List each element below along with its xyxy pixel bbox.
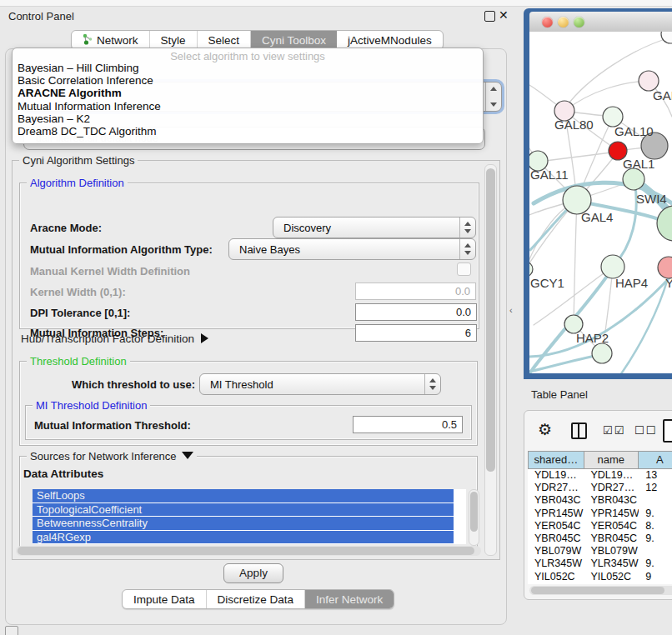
table-horizontal-scrollbar[interactable] bbox=[529, 586, 672, 595]
unchecked-checkboxes-icon[interactable]: ☐☐ bbox=[634, 424, 657, 437]
network-node-label: GAL11 bbox=[530, 168, 569, 182]
hub-definition-toggle[interactable]: Hub/Transcription Factor Definition bbox=[21, 332, 208, 345]
algorithm-option[interactable]: Mutual Information Inference bbox=[13, 100, 483, 112]
mi-threshold-input[interactable]: 0.5 bbox=[353, 416, 463, 433]
network-edge[interactable] bbox=[564, 81, 649, 111]
table-cell: YDL19… bbox=[584, 469, 639, 482]
network-node[interactable] bbox=[623, 168, 644, 190]
network-node-label: Y bbox=[665, 276, 672, 290]
attribute-list-item[interactable]: BetweennessCentrality bbox=[33, 517, 454, 530]
network-window-titlebar[interactable] bbox=[529, 12, 672, 32]
checked-checkboxes-icon[interactable]: ☑☑ bbox=[603, 424, 625, 437]
table-row[interactable]: YPR145WYPR145W9. bbox=[528, 508, 672, 520]
table-cell: 9. bbox=[639, 532, 672, 545]
attribute-list-item[interactable]: SelfLoops bbox=[33, 489, 454, 502]
algorithm-popup-list: Bayesian – Hill ClimbingBasic Correlatio… bbox=[13, 62, 483, 138]
node-table: shared… name A YDL19…YDL19…13YDR27…YDR27… bbox=[528, 451, 672, 584]
apply-button[interactable]: Apply bbox=[223, 563, 283, 583]
algorithm-option[interactable]: Basic Correlation Inference bbox=[13, 74, 483, 87]
table-cell: YBL079W bbox=[528, 545, 584, 558]
table-body: YDL19…YDL19…13YDR27…YDR27…12YBR043CYBR04… bbox=[528, 469, 672, 583]
gear-icon[interactable]: ⚙ bbox=[538, 420, 552, 439]
settings-horizontal-scrollbar[interactable] bbox=[16, 546, 481, 556]
sources-toggle[interactable]: Sources for Network Inference bbox=[27, 450, 197, 462]
tab-jactivemnodules[interactable]: jActiveMNodules bbox=[337, 31, 443, 49]
column-header-name[interactable]: name bbox=[584, 452, 639, 468]
tab-impute-data[interactable]: Impute Data bbox=[123, 590, 207, 608]
network-node-label: GAL4 bbox=[581, 210, 613, 224]
threshold-definition-group: Threshold Definition Which threshold to … bbox=[19, 361, 478, 446]
algorithm-popup-placeholder: Select algorithm to view settings bbox=[13, 48, 483, 62]
table-row[interactable]: YBR043CYBR043C bbox=[528, 494, 672, 507]
mi-threshold-title: MI Threshold Definition bbox=[33, 399, 150, 412]
data-attributes-label: Data Attributes bbox=[23, 468, 103, 480]
tab-network[interactable]: Network bbox=[72, 31, 150, 49]
attributes-scrollbar[interactable] bbox=[469, 489, 479, 546]
manual-kernel-checkbox[interactable] bbox=[457, 262, 471, 276]
attribute-list-item[interactable]: TopologicalCoefficient bbox=[33, 503, 454, 517]
network-edge[interactable] bbox=[620, 278, 668, 373]
table-row[interactable]: YBR045CYBR045C9. bbox=[528, 532, 672, 545]
network-node[interactable] bbox=[601, 255, 624, 278]
network-canvas[interactable]: GALGAL80GAL10GAL1GAL11SWI4GAL4GCY1HAP4YH… bbox=[529, 32, 672, 373]
network-node[interactable] bbox=[661, 32, 672, 43]
tab-discretize-data[interactable]: Discretize Data bbox=[207, 590, 306, 608]
algorithm-option[interactable]: Bayesian – Hill Climbing bbox=[13, 62, 483, 74]
table-row[interactable]: YDR27…YDR27…12 bbox=[528, 482, 672, 494]
tab-cyni-toolbox[interactable]: Cyni Toolbox bbox=[251, 31, 337, 49]
dpi-tolerance-input[interactable]: 0.0 bbox=[355, 303, 477, 321]
minimize-traffic-light-icon[interactable] bbox=[558, 17, 569, 28]
tab-network-label: Network bbox=[97, 34, 138, 47]
column-header-partial[interactable]: A bbox=[639, 452, 672, 468]
which-threshold-label: Which threshold to use: bbox=[72, 378, 195, 391]
combobox-stepper-icon bbox=[485, 82, 501, 111]
mi-steps-input[interactable]: 6 bbox=[355, 324, 477, 342]
column-header-shared-name[interactable]: shared… bbox=[529, 452, 584, 468]
splitter-collapse-icon[interactable]: ‹ bbox=[509, 305, 513, 315]
table-row[interactable]: YBL079WYBL079W bbox=[528, 545, 672, 558]
table-cell: 12 bbox=[639, 482, 672, 494]
threshold-definition-title: Threshold Definition bbox=[27, 355, 130, 368]
float-window-icon[interactable] bbox=[484, 11, 495, 22]
network-node[interactable] bbox=[529, 262, 533, 277]
algorithm-option[interactable]: Dream8 DC_TDC Algorithm bbox=[13, 125, 483, 138]
network-edge[interactable] bbox=[574, 200, 577, 324]
table-cell: YER054C bbox=[528, 520, 584, 532]
algorithm-definition-group: Algorithm Definition Aracne Mode: Discov… bbox=[19, 182, 479, 329]
zoom-traffic-light-icon[interactable] bbox=[574, 17, 584, 28]
columns-icon[interactable] bbox=[571, 422, 587, 439]
tab-infer-network[interactable]: Infer Network bbox=[305, 590, 394, 608]
close-traffic-light-icon[interactable] bbox=[542, 17, 553, 28]
collapse-arrow-icon bbox=[182, 452, 193, 459]
table-row[interactable]: YLR345WYLR345W9. bbox=[528, 558, 672, 570]
table-row[interactable]: YDL19…YDL19…13 bbox=[528, 469, 672, 482]
settings-vertical-scrollbar[interactable] bbox=[484, 164, 497, 556]
table-row[interactable]: YIL052CYIL052C9 bbox=[528, 571, 672, 583]
table-cell: YLR345W bbox=[584, 558, 639, 570]
table-cell: YPR145W bbox=[584, 508, 639, 520]
attribute-list-item[interactable]: gal4RGexp bbox=[33, 531, 454, 544]
tab-select[interactable]: Select bbox=[198, 31, 252, 49]
mi-algorithm-type-combobox[interactable]: Naive Bayes bbox=[228, 238, 476, 260]
table-cell: YIL052C bbox=[584, 571, 639, 583]
tab-style[interactable]: Style bbox=[150, 31, 198, 49]
aracne-mode-combobox[interactable]: Discovery bbox=[273, 217, 476, 238]
which-threshold-combobox[interactable]: MI Threshold bbox=[199, 373, 441, 395]
network-node[interactable] bbox=[657, 206, 672, 241]
close-icon[interactable]: ✕ bbox=[499, 8, 509, 22]
table-row[interactable]: YER054CYER054C8. bbox=[528, 520, 672, 532]
algorithm-option[interactable]: ARACNE Algorithm bbox=[13, 87, 483, 99]
network-edge[interactable] bbox=[613, 181, 636, 267]
dpi-tolerance-label: DPI Tolerance [0,1]: bbox=[30, 307, 130, 319]
manual-kernel-label: Manual Kernel Width Definition bbox=[30, 265, 190, 278]
minimized-panel-icon[interactable] bbox=[5, 626, 18, 635]
network-edge[interactable] bbox=[539, 152, 618, 162]
network-node[interactable] bbox=[592, 343, 612, 363]
kernel-width-input[interactable]: 0.0 bbox=[355, 282, 476, 300]
algorithm-option[interactable]: Bayesian – K2 bbox=[13, 112, 483, 125]
data-attributes-list[interactable]: SelfLoopsTopologicalCoefficientBetweenne… bbox=[33, 489, 466, 544]
table-cell: YBL079W bbox=[584, 545, 639, 558]
network-node-label: HAP4 bbox=[615, 276, 648, 290]
document-icon[interactable] bbox=[663, 419, 672, 442]
aracne-mode-label: Aracne Mode: bbox=[30, 222, 102, 234]
